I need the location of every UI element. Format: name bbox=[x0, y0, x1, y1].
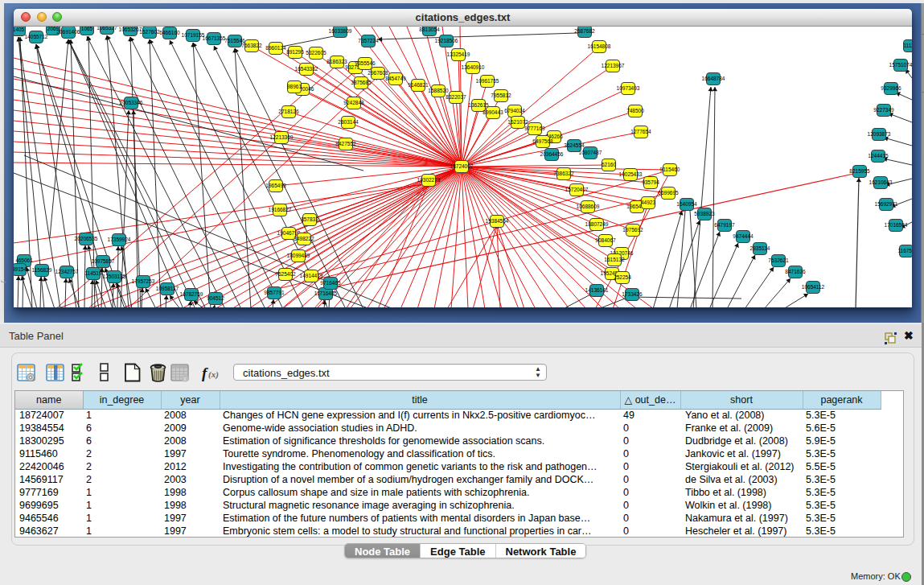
svg-text:1065327: 1065327 bbox=[97, 27, 117, 31]
svg-text:5938923: 5938923 bbox=[694, 211, 715, 216]
svg-text:12342757: 12342757 bbox=[55, 269, 79, 274]
svg-text:7386322: 7386322 bbox=[553, 171, 574, 176]
svg-text:9115460: 9115460 bbox=[660, 167, 680, 172]
svg-text:12213369: 12213369 bbox=[270, 134, 294, 140]
svg-text:16543382: 16543382 bbox=[295, 66, 318, 72]
svg-text:16671355: 16671355 bbox=[203, 35, 226, 41]
svg-text:1405: 1405 bbox=[14, 27, 25, 32]
svg-text:19166827: 19166827 bbox=[269, 207, 292, 212]
svg-text:19218506: 19218506 bbox=[435, 38, 458, 43]
svg-text:8990443: 8990443 bbox=[483, 109, 503, 115]
svg-text:2967608: 2967608 bbox=[368, 70, 388, 76]
svg-text:12093873: 12093873 bbox=[868, 131, 891, 137]
svg-text:13640910: 13640910 bbox=[462, 64, 485, 70]
svg-text:20053346: 20053346 bbox=[120, 100, 143, 105]
svg-text:935794: 935794 bbox=[642, 179, 659, 185]
svg-text:9227349: 9227349 bbox=[873, 107, 894, 113]
svg-text:10688609: 10688609 bbox=[577, 204, 600, 209]
svg-text:16033809: 16033809 bbox=[329, 28, 352, 34]
svg-text:x: x bbox=[183, 376, 187, 381]
svg-text:857833: 857833 bbox=[301, 216, 318, 222]
svg-text:18724007: 18724007 bbox=[450, 163, 474, 169]
svg-text:7955812: 7955812 bbox=[491, 93, 511, 98]
svg-text:2687682: 2687682 bbox=[574, 28, 595, 34]
svg-text:252254: 252254 bbox=[614, 274, 631, 280]
svg-text:9355546: 9355546 bbox=[355, 60, 376, 66]
svg-text:10961755: 10961755 bbox=[476, 78, 499, 84]
svg-text:19302273: 19302273 bbox=[417, 177, 441, 183]
svg-text:2935114: 2935114 bbox=[750, 245, 770, 251]
svg-text:1244415: 1244415 bbox=[868, 153, 889, 159]
svg-text:20691406: 20691406 bbox=[57, 29, 80, 35]
svg-text:7632621: 7632621 bbox=[768, 257, 789, 263]
svg-text:1965493: 1965493 bbox=[265, 183, 286, 188]
svg-text:1362615: 1362615 bbox=[468, 102, 489, 108]
svg-text:748500: 748500 bbox=[626, 108, 644, 113]
svg-text:19384554: 19384554 bbox=[486, 218, 509, 224]
svg-text:7357224: 7357224 bbox=[358, 38, 379, 43]
svg-text:7625402: 7625402 bbox=[275, 271, 296, 277]
svg-text:6794024: 6794024 bbox=[504, 108, 525, 113]
svg-text:17016504: 17016504 bbox=[885, 222, 908, 228]
svg-text:9146821: 9146821 bbox=[408, 82, 429, 88]
svg-text:f: f bbox=[202, 365, 208, 381]
svg-text:8960124: 8960124 bbox=[265, 45, 286, 51]
svg-text:116753: 116753 bbox=[897, 248, 912, 253]
svg-text:12213967: 12213967 bbox=[602, 63, 625, 68]
svg-text:14914479: 14914479 bbox=[300, 273, 323, 278]
svg-text:98961: 98961 bbox=[287, 84, 302, 89]
svg-text:10025433: 10025433 bbox=[619, 171, 643, 177]
svg-text:6479197: 6479197 bbox=[714, 222, 735, 228]
svg-text:10958117: 10958117 bbox=[156, 286, 179, 291]
svg-text:20206535: 20206535 bbox=[75, 236, 98, 241]
svg-text:8471626: 8471626 bbox=[785, 269, 806, 274]
svg-text:(x): (x) bbox=[208, 369, 219, 380]
svg-text:11716485: 11716485 bbox=[314, 290, 338, 296]
svg-text:1640954: 1640954 bbox=[676, 201, 697, 207]
svg-text:39154: 39154 bbox=[14, 266, 27, 272]
svg-text:13325419: 13325419 bbox=[447, 51, 470, 57]
svg-text:44923: 44923 bbox=[641, 200, 655, 205]
svg-text:10973493: 10973493 bbox=[617, 85, 640, 91]
svg-text:6497568: 6497568 bbox=[532, 138, 553, 144]
svg-text:17359924: 17359924 bbox=[108, 237, 131, 242]
svg-text:465061: 465061 bbox=[15, 257, 33, 263]
svg-text:10654112: 10654112 bbox=[802, 284, 825, 290]
svg-text:17957253: 17957253 bbox=[132, 278, 155, 284]
svg-text:9474444: 9474444 bbox=[733, 233, 754, 239]
svg-text:6466160: 6466160 bbox=[159, 30, 180, 35]
svg-text:10719155: 10719155 bbox=[182, 32, 205, 38]
svg-text:8454749: 8454749 bbox=[385, 76, 406, 81]
svg-text:1588520: 1588520 bbox=[428, 88, 449, 93]
svg-text:3498222: 3498222 bbox=[294, 236, 314, 241]
svg-text:7663822: 7663822 bbox=[241, 43, 262, 48]
svg-text:1621072: 1621072 bbox=[507, 119, 528, 125]
svg-text:9084067: 9084067 bbox=[595, 237, 616, 243]
svg-text:8813054: 8813054 bbox=[419, 27, 440, 32]
svg-text:9716465: 9716465 bbox=[320, 280, 341, 286]
svg-text:114519: 114519 bbox=[84, 270, 102, 276]
svg-text:10975857: 10975857 bbox=[92, 258, 115, 264]
svg-text:1277654: 1277654 bbox=[630, 129, 651, 134]
svg-text:62160: 62160 bbox=[602, 162, 616, 167]
svg-text:18807249: 18807249 bbox=[585, 221, 609, 227]
svg-text:1156829: 1156829 bbox=[32, 267, 52, 273]
svg-text:6699695: 6699695 bbox=[658, 190, 679, 196]
svg-text:5322605: 5322605 bbox=[306, 50, 326, 56]
svg-text:891295: 891295 bbox=[286, 49, 304, 55]
svg-text:1733426: 1733426 bbox=[622, 291, 643, 297]
svg-text:14136141: 14136141 bbox=[585, 287, 609, 293]
svg-text:8322037: 8322037 bbox=[446, 94, 466, 100]
svg-text:9242848: 9242848 bbox=[343, 100, 364, 105]
svg-text:1615132: 1615132 bbox=[604, 257, 625, 262]
svg-text:2718126: 2718126 bbox=[278, 109, 299, 114]
svg-text:9329966: 9329966 bbox=[881, 85, 901, 91]
svg-text:2803144: 2803144 bbox=[338, 119, 359, 125]
svg-text:18099489: 18099489 bbox=[287, 253, 310, 258]
svg-text:20364456: 20364456 bbox=[540, 151, 564, 157]
svg-text:1065: 1065 bbox=[81, 27, 93, 31]
svg-text:15720407: 15720407 bbox=[565, 187, 589, 192]
svg-text:3875685: 3875685 bbox=[351, 80, 372, 85]
svg-text:9777169: 9777169 bbox=[524, 126, 545, 131]
svg-text:9857791: 9857791 bbox=[264, 290, 285, 295]
